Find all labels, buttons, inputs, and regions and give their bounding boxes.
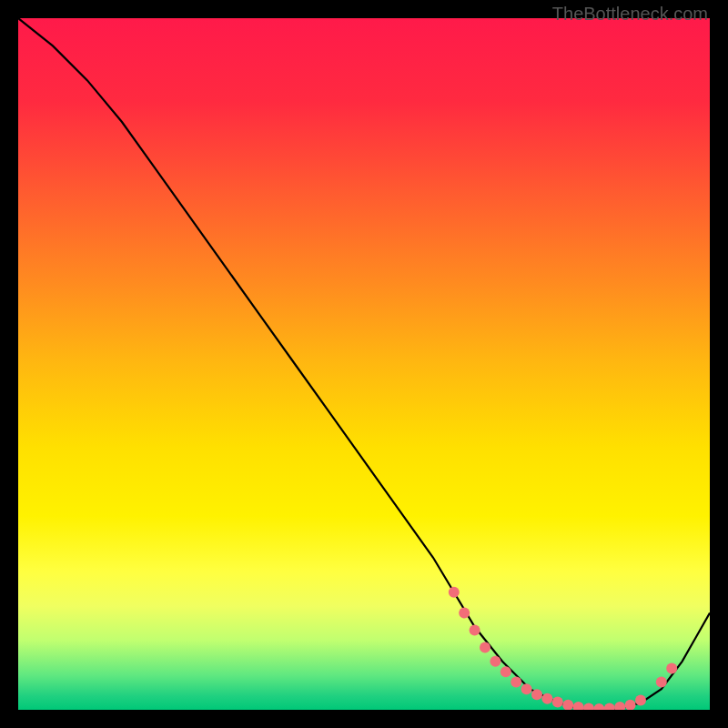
chart-plot-area — [18, 18, 710, 710]
watermark-text: TheBottleneck.com — [552, 4, 708, 25]
curve-marker — [604, 703, 615, 711]
curve-marker — [470, 625, 480, 636]
curve-marker — [625, 700, 636, 710]
bottleneck-curve — [18, 18, 710, 710]
curve-marker — [480, 642, 490, 653]
curve-marker — [459, 608, 470, 619]
curve-marker — [562, 700, 573, 710]
curve-marker — [614, 702, 625, 710]
chart-svg — [18, 18, 710, 710]
curve-marker — [449, 587, 460, 598]
curve-marker — [511, 677, 521, 688]
curve-marker — [656, 677, 667, 688]
curve-markers — [449, 587, 677, 710]
curve-marker — [541, 693, 552, 704]
curve-marker — [552, 697, 563, 708]
curve-marker — [635, 694, 646, 705]
curve-marker — [573, 702, 584, 710]
curve-marker — [521, 683, 532, 694]
curve-marker — [500, 666, 511, 677]
curve-marker — [531, 689, 542, 700]
curve-marker — [583, 703, 594, 711]
curve-marker — [490, 656, 500, 667]
curve-marker — [593, 703, 604, 710]
curve-marker — [666, 662, 677, 673]
